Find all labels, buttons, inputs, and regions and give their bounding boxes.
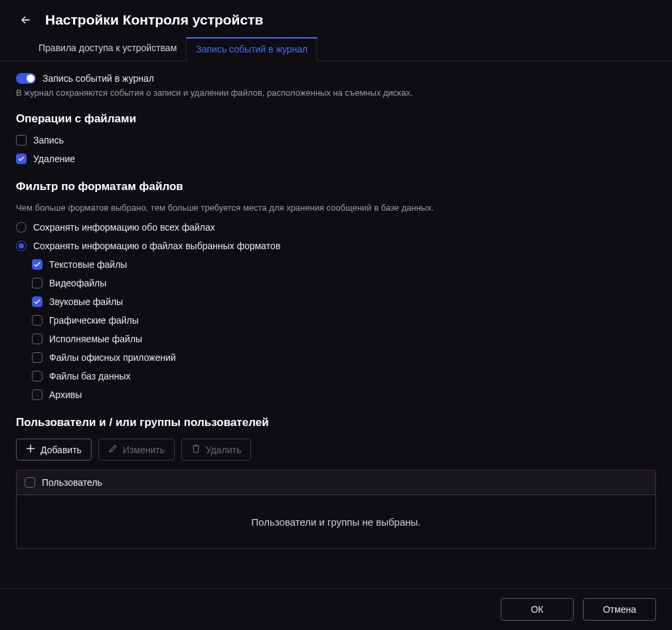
add-button-label: Добавить <box>41 445 82 455</box>
users-table: Пользователь Пользователи и группы не вы… <box>16 470 656 549</box>
checkbox-icon <box>32 315 42 326</box>
checkbox-archive-files[interactable]: Архивы <box>32 389 656 400</box>
logging-toggle-label: Запись событий в журнал <box>42 73 154 84</box>
delete-button-label: Удалить <box>206 445 241 455</box>
checkbox-exec-files[interactable]: Исполняемые файлы <box>32 334 656 344</box>
checkbox-office-files[interactable]: Файлы офисных приложений <box>32 352 656 363</box>
delete-button: Удалить <box>181 439 251 461</box>
checkbox-write-label: Запись <box>33 135 64 146</box>
checkbox-icon <box>16 154 27 164</box>
format-label: Архивы <box>49 389 82 400</box>
checkbox-icon <box>16 135 27 146</box>
format-label: Исполняемые файлы <box>49 334 142 344</box>
checkbox-audio-files[interactable]: Звуковые файлы <box>32 296 656 307</box>
checkbox-db-files[interactable]: Файлы баз данных <box>32 371 656 381</box>
checkbox-icon <box>32 334 42 344</box>
radio-icon <box>16 222 27 233</box>
format-label: Файлы офисных приложений <box>49 352 176 363</box>
cancel-button[interactable]: Отмена <box>583 598 656 621</box>
checkbox-graphic-files[interactable]: Графические файлы <box>32 315 656 326</box>
column-user-header: Пользователь <box>42 477 102 488</box>
radio-selected-formats[interactable]: Сохранять информацию о файлах выбранных … <box>16 241 656 251</box>
logging-toggle[interactable] <box>16 73 36 84</box>
format-label: Графические файлы <box>49 315 139 326</box>
pencil-icon <box>108 444 118 455</box>
checkbox-icon <box>32 389 42 400</box>
radio-all-files-label: Сохранять информацию обо всех файлах <box>33 222 215 233</box>
section-users-title: Пользователи и / или группы пользователе… <box>16 416 656 429</box>
format-label: Звуковые файлы <box>49 296 123 307</box>
section-file-ops-title: Операции с файлами <box>16 112 656 126</box>
table-empty-message: Пользователи и группы не выбраны. <box>17 495 655 548</box>
checkbox-icon <box>32 352 42 363</box>
ok-button[interactable]: ОК <box>501 598 574 621</box>
filter-hint: Чем больше форматов выбрано, тем больше … <box>16 203 656 213</box>
checkbox-delete[interactable]: Удаление <box>16 154 656 164</box>
checkbox-icon <box>32 259 42 270</box>
checkbox-text-files[interactable]: Текстовые файлы <box>32 259 656 270</box>
tab-access-rules[interactable]: Правила доступа к устройствам <box>29 37 186 60</box>
format-label: Текстовые файлы <box>49 259 127 270</box>
format-label: Видеофайлы <box>49 278 106 288</box>
tab-logging[interactable]: Запись событий в журнал <box>186 37 317 61</box>
checkbox-video-files[interactable]: Видеофайлы <box>32 278 656 288</box>
radio-icon <box>16 241 27 251</box>
edit-button: Изменить <box>98 439 175 461</box>
trash-icon <box>191 444 201 455</box>
select-all-checkbox[interactable] <box>25 477 35 488</box>
checkbox-delete-label: Удаление <box>33 154 75 164</box>
checkbox-icon <box>32 296 42 307</box>
plus-icon <box>26 444 35 455</box>
checkbox-icon <box>32 278 42 288</box>
edit-button-label: Изменить <box>123 445 165 455</box>
logging-hint: В журнал сохраняются события о записи и … <box>16 88 656 98</box>
checkbox-write[interactable]: Запись <box>16 135 656 146</box>
format-label: Файлы баз данных <box>49 371 131 381</box>
add-button[interactable]: Добавить <box>16 439 92 461</box>
radio-selected-formats-label: Сохранять информацию о файлах выбранных … <box>33 241 280 251</box>
radio-all-files[interactable]: Сохранять информацию обо всех файлах <box>16 222 656 233</box>
section-filter-title: Фильтр по форматам файлов <box>16 180 656 193</box>
page-title: Настройки Контроля устройств <box>45 12 263 28</box>
back-arrow-icon[interactable] <box>19 13 33 27</box>
checkbox-icon <box>32 371 42 381</box>
